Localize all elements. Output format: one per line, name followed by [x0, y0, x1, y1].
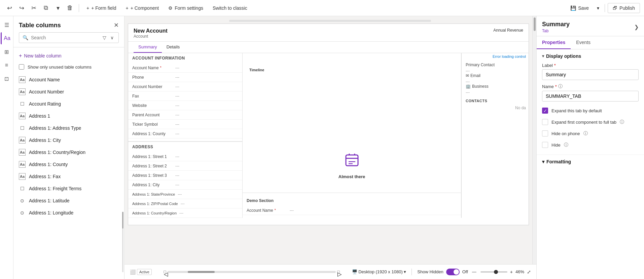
- column-name-1: Account Name: [29, 77, 60, 82]
- column-item-address1-city[interactable]: Aa Address 1: City: [13, 134, 124, 146]
- column-name-2: Account Number: [29, 89, 64, 94]
- column-item-address1-county[interactable]: Aa Address 1: County: [13, 158, 124, 170]
- plus-icon-3: +: [19, 53, 22, 59]
- hide-checkbox[interactable]: [542, 142, 548, 148]
- rp-tab-properties[interactable]: Properties: [537, 36, 571, 49]
- sidebar-title-text: Table columns: [19, 22, 61, 29]
- name-input[interactable]: [542, 91, 639, 102]
- expand-first-row: Expand first component to full tab ⓘ: [542, 116, 639, 128]
- separator-bottom: [412, 269, 412, 275]
- hide-phone-checkbox[interactable]: [542, 130, 548, 136]
- expand-first-label: Expand first component to full tab: [551, 120, 616, 125]
- desktop-label: Desktop (1920 x 1080): [358, 269, 403, 274]
- hide-row: Hide ⓘ: [542, 139, 639, 151]
- form-subtitle: Account: [134, 34, 168, 39]
- close-sidebar-button[interactable]: ✕: [114, 22, 119, 29]
- rp-tab-events[interactable]: Events: [571, 36, 596, 49]
- show-unused-checkbox[interactable]: [19, 64, 24, 70]
- hide-phone-info-icon[interactable]: ⓘ: [583, 130, 588, 136]
- save-button[interactable]: 💾 Save: [566, 3, 594, 13]
- field-value-account-number: ---: [175, 84, 179, 89]
- formatting-title: Formatting: [546, 159, 571, 164]
- horizontal-scrollbar[interactable]: [168, 271, 336, 273]
- chevron-down-icon: ▾: [542, 54, 544, 58]
- sidebar-relation-button[interactable]: ⊡: [1, 73, 13, 85]
- canvas-area: New Account Account Annual Revenue Summa…: [124, 16, 536, 279]
- form-field-button[interactable]: + + Form field: [82, 3, 120, 13]
- switch-classic-button[interactable]: Switch to classic: [209, 3, 251, 13]
- expand-tab-checkbox[interactable]: ✓: [542, 108, 548, 114]
- delete-button[interactable]: 🗑: [65, 3, 75, 13]
- tab-summary[interactable]: Summary: [134, 42, 162, 53]
- contact-area: Primary Contact --- ✉ Email --- 🏢 Busine…: [462, 60, 529, 97]
- sidebar-columns-button[interactable]: Aa: [1, 32, 13, 44]
- dropdown-button[interactable]: ▾: [52, 3, 63, 13]
- select-icon-2: ☐: [19, 125, 26, 131]
- search-input[interactable]: [31, 35, 99, 40]
- select-icon-1: ☐: [19, 101, 26, 107]
- globe-icon-2: ⊙: [19, 209, 26, 216]
- text-icon-5: Aa: [19, 149, 26, 156]
- error-loading-link[interactable]: Error loading control: [462, 53, 529, 60]
- new-table-column-button[interactable]: + New table column: [13, 50, 124, 62]
- sidebar-panel: Table columns ✕ 🔍 ▽ ∨ +: [13, 16, 124, 279]
- main-area: ☰ Aa ⊞ ≡ ⊡ Table columns ✕ 🔍: [0, 16, 644, 279]
- full-screen-button[interactable]: ⤢: [527, 269, 531, 275]
- column-item-address1-type[interactable]: ☐ Address 1: Address Type: [13, 122, 124, 134]
- field-label-state: Address 1: State/Province: [132, 192, 175, 196]
- form-settings-button[interactable]: ⚙ Form settings: [164, 3, 207, 13]
- column-item-account-name[interactable]: Aa Account Name: [13, 74, 124, 86]
- column-item-address1-fax[interactable]: Aa Address 1: Fax: [13, 170, 124, 183]
- save-dropdown-button[interactable]: ▾: [594, 3, 602, 13]
- zoom-slider[interactable]: [480, 271, 507, 273]
- formatting-section[interactable]: ▾ Formatting: [537, 155, 644, 168]
- column-item-address1-freight[interactable]: ☐ Address 1: Freight Terms: [13, 183, 124, 195]
- column-item-address1[interactable]: Aa Address 1: [13, 110, 124, 122]
- filter-button[interactable]: ▽: [101, 34, 108, 41]
- label-input[interactable]: [542, 69, 639, 80]
- expand-first-checkbox[interactable]: [542, 119, 548, 125]
- field-value-fax: ---: [175, 94, 179, 98]
- hide-info-icon[interactable]: ⓘ: [564, 142, 568, 148]
- undo-button[interactable]: ↩: [4, 3, 15, 13]
- expand-panel-button[interactable]: ❯: [634, 24, 639, 30]
- column-name-3: Account Rating: [29, 101, 61, 107]
- copy-button[interactable]: ⧉: [40, 3, 51, 13]
- sidebar-grid-button[interactable]: ⊞: [1, 46, 13, 58]
- publish-button[interactable]: 🗗 Publish: [608, 3, 640, 13]
- redo-button[interactable]: ↪: [16, 3, 27, 13]
- column-item-address1-country[interactable]: Aa Address 1: Country/Region: [13, 146, 124, 158]
- cut-button[interactable]: ✂: [28, 3, 39, 13]
- name-required-star: *: [555, 84, 557, 89]
- text-icon-3: Aa: [19, 113, 26, 119]
- formatting-chevron-icon: ▾: [542, 159, 544, 164]
- show-unused-label: Show only unused table columns: [28, 65, 92, 70]
- vertical-scrollbar[interactable]: [532, 16, 536, 264]
- show-hidden-toggle[interactable]: [446, 269, 460, 275]
- tab-details[interactable]: Details: [162, 42, 185, 53]
- text-icon-4: Aa: [19, 137, 26, 144]
- zoom-thumb: [494, 270, 498, 274]
- sort-button[interactable]: ∨: [109, 34, 115, 41]
- sidebar-content: + New table column Show only unused tabl…: [13, 47, 124, 279]
- desktop-selector[interactable]: 🖥️ Desktop (1920 x 1080) ▾: [352, 269, 406, 274]
- column-item-address1-lat[interactable]: ⊙ Address 1: Latitude: [13, 195, 124, 207]
- column-item-account-number[interactable]: Aa Account Number: [13, 86, 124, 98]
- sidebar-menu-button[interactable]: ☰: [1, 19, 13, 31]
- column-item-address1-lon[interactable]: ⊙ Address 1: Longitude: [13, 207, 124, 219]
- expand-first-info-icon[interactable]: ⓘ: [620, 119, 624, 125]
- field-ticker: Ticker Symbol ---: [128, 120, 242, 129]
- column-name-6: Address 1: City: [29, 137, 61, 143]
- field-label-county: Address 1: County: [132, 131, 173, 136]
- scroll-right-button[interactable]: ▷: [337, 271, 340, 273]
- column-item-account-rating[interactable]: ☐ Account Rating: [13, 98, 124, 110]
- scroll-left-button[interactable]: ◁: [164, 271, 166, 273]
- component-button[interactable]: + + Component: [122, 3, 163, 13]
- display-options-header[interactable]: ▾ Display options: [542, 53, 639, 59]
- address-section-header: ADDRESS: [128, 142, 242, 152]
- email-value: ---: [466, 79, 525, 84]
- toolbar: ↩ ↪ ✂ ⧉ ▾ 🗑 + + Form field + + Component…: [0, 0, 644, 16]
- sidebar-with-icons: ☰ Aa ⊞ ≡ ⊡ Table columns ✕ 🔍: [0, 16, 124, 279]
- sidebar-layers-button[interactable]: ≡: [1, 59, 13, 71]
- name-info-icon[interactable]: ⓘ: [558, 83, 563, 89]
